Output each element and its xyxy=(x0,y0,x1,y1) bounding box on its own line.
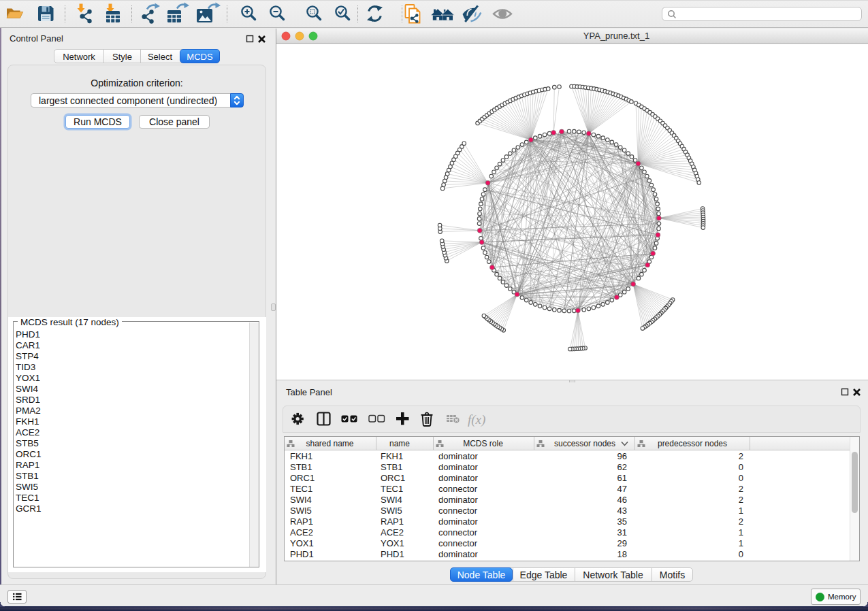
svg-text:f(x): f(x) xyxy=(468,412,485,427)
